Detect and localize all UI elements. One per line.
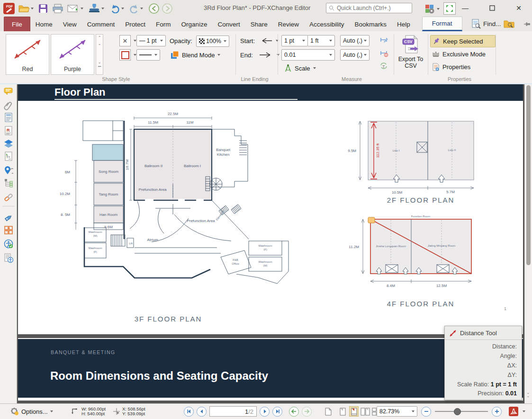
style-preset-label: Red [6, 66, 49, 72]
quick-launch-search[interactable] [326, 3, 412, 13]
zoom-slider[interactable] [435, 407, 488, 416]
tab-form[interactable]: Form [151, 17, 176, 31]
tab-accessibility[interactable]: Accessibility [304, 17, 350, 31]
quick-launch-input[interactable] [326, 3, 412, 13]
save-button[interactable] [38, 2, 48, 15]
view-forward-button[interactable] [302, 407, 312, 417]
undo-button[interactable] [110, 2, 124, 15]
opacity-select[interactable]: 100% [196, 36, 229, 47]
history-back-button[interactable] [148, 2, 160, 15]
structure-panel-icon[interactable] [4, 178, 13, 187]
bookmarks-panel-icon[interactable] [4, 113, 13, 122]
open-file-button[interactable] [18, 2, 34, 15]
plan-2f: Lido I Lido II 112.35 ft 9.5M 10.5M 5.7M… [348, 121, 474, 204]
tab-format[interactable]: Format [422, 17, 462, 31]
restore-caption-button[interactable]: T [379, 62, 388, 73]
minimize-button[interactable]: — [457, 2, 473, 14]
zoom-in-button[interactable] [492, 407, 502, 417]
signatures-panel-icon[interactable]: R [4, 126, 13, 135]
tab-file[interactable]: File [4, 17, 30, 31]
distance-tool-header[interactable]: Distance Tool [445, 326, 522, 340]
blend-mode-button[interactable]: Blend Mode [171, 49, 220, 61]
new-document-icon[interactable] [324, 406, 333, 417]
find-button[interactable]: Find... [471, 18, 515, 29]
next-page-button[interactable] [260, 407, 270, 417]
reading-order-panel-icon[interactable] [4, 253, 13, 263]
fields-panel-icon[interactable] [4, 225, 13, 235]
tab-review[interactable]: Review [273, 17, 304, 31]
layout-single-page-button[interactable] [338, 406, 347, 417]
tab-home[interactable]: Home [30, 17, 58, 31]
edit-label-button[interactable] [379, 35, 388, 46]
destinations-panel-icon[interactable] [4, 166, 13, 175]
delete-label-button[interactable] [379, 48, 388, 60]
svg-text:Banquet: Banquet [216, 148, 231, 152]
options-button[interactable]: Options... [10, 404, 53, 419]
tab-organize[interactable]: Organize [176, 17, 213, 31]
previous-page-button[interactable] [197, 407, 207, 417]
tags-panel-icon[interactable] [4, 213, 13, 223]
accessibility-panel-icon[interactable] [4, 239, 13, 249]
zoom-out-button[interactable] [421, 407, 431, 417]
properties-button[interactable]: Properties [432, 61, 470, 72]
scale-button[interactable]: Scale [284, 62, 316, 74]
stamp-button[interactable] [88, 2, 104, 15]
pdf-app-chevron[interactable] [523, 410, 525, 412]
close-button[interactable]: ✕ [511, 2, 527, 14]
page-number-input[interactable]: 1/2 [209, 406, 257, 417]
scrollbar-down-arrows[interactable]: ⌄⌄ [526, 391, 530, 398]
layout-two-pages-button[interactable] [361, 406, 370, 417]
scale-pt-select[interactable]: 1 pt [281, 35, 308, 46]
zoom-level-select[interactable]: 82.73% [377, 406, 417, 417]
style-preset-red[interactable]: Red [6, 34, 49, 75]
tab-protect[interactable]: Protect [120, 17, 151, 31]
content-panel-icon[interactable]: T= [4, 152, 13, 161]
line-start-select[interactable]: Start: [240, 35, 279, 46]
tab-bookmarks[interactable]: Bookmarks [350, 17, 392, 31]
layers-panel-icon[interactable] [4, 139, 13, 148]
fullscreen-button[interactable] [443, 2, 456, 15]
layout-continuous-button[interactable] [349, 406, 359, 417]
last-page-button[interactable] [272, 407, 282, 417]
compass-icon [284, 64, 292, 72]
auto-format-select-bottom[interactable]: Auto (,) [340, 49, 370, 61]
tab-convert[interactable]: Convert [212, 17, 245, 31]
pin-ribbon-icon[interactable] [524, 21, 531, 29]
line-end-select[interactable]: End: [240, 49, 280, 61]
no-fill-button[interactable]: ✕ [119, 35, 136, 46]
stroke-color-swatch[interactable] [119, 49, 136, 61]
adobe-reader-icon[interactable] [508, 406, 519, 417]
export-to-csv-button[interactable]: CSV Export ToCSV [396, 34, 425, 77]
links-panel-icon[interactable] [4, 193, 13, 202]
stroke-style-select[interactable] [136, 49, 160, 61]
keep-selected-button[interactable]: Keep Selected [430, 35, 496, 47]
email-button[interactable] [67, 2, 83, 15]
history-forward-button[interactable] [162, 2, 173, 15]
first-page-button[interactable] [184, 407, 194, 417]
pdf-page-1[interactable]: Floor Plan 22.5M 11.5M 11M Ballroom II B [18, 84, 523, 334]
ribbon-separator [496, 34, 496, 75]
redo-button[interactable] [129, 2, 143, 15]
vertical-scrollbar[interactable]: ⌄⌄ [524, 84, 532, 403]
style-preset-purple[interactable]: Purple [51, 34, 94, 75]
scrollbar-thumb[interactable] [526, 85, 531, 265]
comments-panel-icon[interactable] [4, 87, 13, 96]
tab-share[interactable]: Share [245, 17, 273, 31]
style-gallery-scroll[interactable]: ⌃⌄⌄▔ [96, 34, 103, 75]
maximize-button[interactable] [484, 2, 500, 14]
tab-help[interactable]: Help [392, 17, 415, 31]
print-button[interactable] [52, 2, 63, 15]
attachments-panel-icon[interactable] [4, 101, 13, 110]
scale-ft-select[interactable]: 1 ft [307, 35, 335, 46]
view-back-button[interactable] [289, 407, 299, 417]
stroke-width-select[interactable]: —1 pt [136, 35, 166, 46]
svg-text:F&B: F&B [233, 259, 238, 261]
tab-comment[interactable]: Comment [82, 17, 120, 31]
tab-view[interactable]: View [58, 17, 82, 31]
exclusive-mode-button[interactable]: Exclusive Mode [432, 48, 486, 60]
ui-options-button[interactable] [424, 2, 440, 16]
precision-select[interactable]: 0.01 [281, 49, 335, 61]
zoom-slider-thumb[interactable] [454, 408, 461, 415]
search-folder-icon[interactable] [504, 19, 515, 28]
auto-format-select-top[interactable]: Auto (,) [340, 35, 370, 46]
